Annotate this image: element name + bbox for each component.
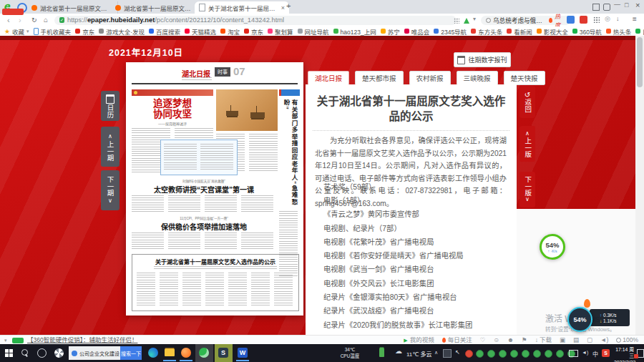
bookmark-item[interactable]: 唯品会: [404, 27, 430, 36]
refresh-icon[interactable]: ↻: [31, 14, 37, 26]
chevron-down-icon[interactable]: ▾: [4, 338, 7, 343]
menu-icon[interactable]: ≡: [633, 15, 637, 23]
close-button[interactable]: ×: [635, 1, 640, 9]
prev-issue-button[interactable]: ∧ 上一期: [101, 127, 119, 167]
start-button[interactable]: [5, 349, 13, 357]
newspaper-preview[interactable]: 湖北日报 时事 07 追逐梦想 协同攻坚 ——探月精神述评: [126, 62, 303, 315]
edition-tab-chutian-express[interactable]: 楚天快报: [504, 71, 545, 85]
scrollbar-track[interactable]: [635, 36, 644, 335]
tab-close-icon[interactable]: ×: [281, 4, 285, 11]
taskbar-search-button[interactable]: 搜索一下: [120, 346, 142, 360]
network-icon[interactable]: [569, 350, 578, 357]
tray-pointer-icon[interactable]: ↖: [455, 349, 460, 356]
minimize-button[interactable]: —: [614, 1, 620, 8]
edition-tab-rural-news[interactable]: 农村新报: [409, 71, 451, 85]
hot-search-query[interactable]: 乌总统考虑与俄断交: [493, 16, 547, 24]
url-field[interactable]: ✓ https://epaper.hubeidaily.net/pc/conte…: [54, 16, 457, 25]
forward-icon[interactable]: ›: [19, 14, 21, 26]
back-icon[interactable]: ‹: [7, 14, 10, 26]
file-explorer-icon[interactable]: [165, 349, 175, 356]
tray-icon[interactable]: [476, 350, 484, 358]
prev-page-button[interactable]: ∧ 上一版: [519, 126, 535, 162]
browser-tab[interactable]: 湖北省第十一届屈原文艺奖_36: [111, 1, 202, 14]
reader-icon[interactable]: [580, 16, 587, 24]
tray-icon[interactable]: [499, 350, 507, 358]
bookmark-item[interactable]: 网址导航: [298, 27, 329, 36]
accelerator-ball[interactable]: 54%: [567, 307, 592, 332]
cpu-temp-widget[interactable]: 34℃ CPU温度: [333, 347, 366, 359]
calendar-button[interactable]: 日历: [101, 91, 119, 121]
edge-icon[interactable]: [148, 348, 158, 358]
apps-grid-icon[interactable]: [454, 18, 459, 24]
translate-icon[interactable]: [567, 16, 575, 24]
clock-widget[interactable]: 17:14 周三 2022/2/23: [614, 346, 634, 362]
pinwheel-icon[interactable]: [54, 348, 64, 358]
battery-icon[interactable]: [379, 348, 384, 357]
bookmark-item[interactable]: 京东: [244, 27, 263, 36]
bookmark-item[interactable]: 看新闻: [507, 27, 532, 36]
active-app-slot[interactable]: [195, 344, 213, 362]
next-page-button[interactable]: 下一版 ∨: [519, 172, 535, 207]
taskbar-search-box[interactable]: 公司企业文化建设: [69, 346, 126, 360]
chevron-down-icon[interactable]: ▾: [473, 16, 476, 22]
tray-s-icon[interactable]: S: [602, 349, 610, 357]
edition-tab-chutian-metro[interactable]: 楚天都市报: [355, 71, 404, 85]
tray-expand-icon[interactable]: ∧: [434, 350, 438, 356]
browser-tab-active[interactable]: 关于湖北省第十一届屈原文艺奖 ×: [195, 1, 289, 14]
bookmark-item[interactable]: 360导航: [572, 27, 602, 36]
tray-icon[interactable]: [522, 350, 530, 358]
speed-gauge[interactable]: 54% ↑ ·K/s: [540, 234, 565, 260]
edition-tab-sanxia-evening[interactable]: 三峡晚报: [457, 71, 498, 85]
cloud-weather-icon[interactable]: ☁: [395, 347, 402, 355]
tray-app-icon[interactable]: [443, 349, 452, 358]
cortana-icon[interactable]: [37, 348, 47, 358]
bookmark-item[interactable]: 游戏大全·发现: [99, 27, 145, 36]
download-icon[interactable]: ↓: [616, 15, 620, 22]
weather-text[interactable]: 11℃ 多云: [406, 350, 432, 358]
edition-tab-hubei-daily[interactable]: 湖北日报: [308, 71, 349, 85]
volume-icon[interactable]: ◄): [582, 350, 588, 355]
promo-ribbon[interactable]: [2, 9, 24, 15]
scrollbar-thumb[interactable]: [637, 37, 643, 87]
maximize-button[interactable]: □: [625, 1, 628, 9]
new-tab-button[interactable]: +: [286, 1, 291, 10]
bookmark-item[interactable]: 淘宝: [220, 27, 240, 36]
tray-icon[interactable]: [556, 350, 564, 358]
extensions-grid-icon[interactable]: [593, 16, 600, 23]
edition-label: 三峡晚报: [464, 73, 491, 83]
bookmark-item[interactable]: 京东: [75, 27, 94, 36]
next-issue-button[interactable]: 下一期 ∨: [101, 170, 119, 210]
tray-red-icon[interactable]: [465, 350, 473, 358]
bookmark-item[interactable]: hao123_上网: [333, 27, 376, 36]
bookmark-item[interactable]: 2345导航: [434, 27, 467, 36]
secure-lock-icon[interactable]: ✓: [59, 17, 64, 23]
word-icon[interactable]: W: [238, 348, 248, 358]
archive-button[interactable]: 往期数字报刊: [454, 52, 511, 67]
bookmark-item[interactable]: 东方头条: [471, 27, 502, 36]
highlighted-app-slot[interactable]: S: [215, 344, 233, 362]
back-button[interactable]: ↺ 返回: [519, 86, 535, 118]
input-method-indicator[interactable]: 中: [592, 350, 598, 358]
skin-icon[interactable]: ◎: [605, 15, 610, 22]
bookmark-item[interactable]: 网址大全: [635, 27, 644, 36]
collect-icon[interactable]: [603, 4, 610, 11]
home-icon[interactable]: ⌂: [44, 14, 48, 26]
tray-icon[interactable]: [545, 350, 552, 358]
bookmark-item[interactable]: 热头条: [606, 27, 632, 36]
toolbar-search-box[interactable]: 乌总统考虑与俄断交 热度: [481, 16, 571, 25]
tray-icon[interactable]: [510, 350, 518, 358]
boost-icon[interactable]: [464, 18, 469, 24]
bookmark-item[interactable]: 苏宁: [381, 27, 400, 36]
bookmark-item[interactable]: 百度搜索: [149, 27, 180, 36]
browser-tab[interactable]: 湖北省第十一届屈原文艺奖_36: [27, 1, 118, 14]
bookmark-item[interactable]: 聚划算: [268, 27, 293, 36]
tray-icon[interactable]: [533, 350, 541, 358]
bookmark-item[interactable]: 手机收藏夹: [34, 27, 72, 36]
bookmark-item[interactable]: 影视大全: [537, 27, 568, 36]
prev-page-label: 上一版: [524, 137, 532, 158]
workspace-icon[interactable]: [592, 4, 600, 11]
bookmark-favorites[interactable]: ★收藏▾: [4, 27, 29, 36]
tray-icon[interactable]: [487, 350, 495, 358]
bookmark-item[interactable]: 天猫精选: [185, 27, 216, 36]
orange-browser-icon[interactable]: [181, 348, 191, 358]
